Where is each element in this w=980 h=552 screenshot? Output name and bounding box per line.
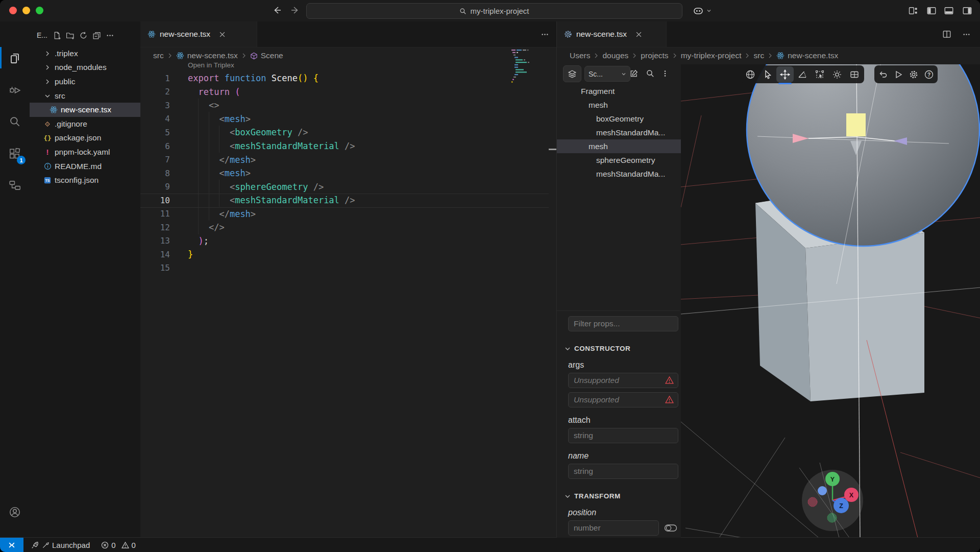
- new-file-icon[interactable]: [50, 29, 63, 41]
- tree-item-.triplex[interactable]: .triplex: [30, 46, 140, 61]
- minimize-window-button[interactable]: [22, 7, 30, 14]
- sidebar-item-run-debug[interactable]: [0, 78, 30, 103]
- forward-icon[interactable]: [290, 5, 300, 15]
- breadcrumb-item[interactable]: new-scene.tsx: [788, 51, 838, 60]
- scene-select[interactable]: Sc...: [584, 66, 630, 82]
- tree-item-README.md[interactable]: README.md: [30, 159, 140, 174]
- code-line-6[interactable]: 6 <meshStandardMaterial />: [140, 139, 556, 153]
- code-line-12[interactable]: 12 </>: [140, 221, 556, 234]
- close-icon[interactable]: [219, 32, 225, 37]
- section-header-transform[interactable]: TRANSFORM: [564, 492, 678, 500]
- search-icon[interactable]: [643, 66, 658, 81]
- breadcrumb-item[interactable]: projects: [641, 51, 668, 60]
- grid-icon[interactable]: [846, 66, 863, 82]
- args-input[interactable]: [568, 392, 678, 407]
- scene-tree-item-meshStandardMa[interactable]: meshStandardMa...: [557, 167, 681, 181]
- more-actions-icon[interactable]: [103, 29, 116, 41]
- play-icon[interactable]: [891, 66, 906, 82]
- code-line-10[interactable]: 10 <meshStandardMaterial />: [140, 194, 556, 207]
- remote-indicator[interactable]: [0, 538, 23, 552]
- scene-tree-item-Fragment[interactable]: Fragment: [557, 84, 681, 98]
- open-in-editor-icon[interactable]: [626, 66, 642, 81]
- code-line-15[interactable]: 15: [140, 261, 556, 275]
- code-line-11[interactable]: 11 </mesh>: [140, 207, 556, 221]
- breadcrumb-item[interactable]: douges: [602, 51, 628, 60]
- customize-layout-icon[interactable]: [908, 5, 919, 16]
- split-editor-icon[interactable]: [941, 29, 953, 40]
- sidebar-item-explorer[interactable]: [0, 46, 30, 71]
- scene-tree-item-sphereGeometry[interactable]: sphereGeometry: [557, 153, 681, 167]
- undo-icon[interactable]: [875, 66, 891, 82]
- tree-item-new-scene.tsx[interactable]: new-scene.tsx: [30, 103, 140, 117]
- translate-tool-icon[interactable]: [776, 66, 794, 82]
- section-header-constructor[interactable]: CONSTRUCTOR: [564, 345, 678, 352]
- more-actions-icon[interactable]: [538, 29, 551, 40]
- scene-viewport[interactable]: Y X Z: [681, 64, 980, 538]
- code-line-9[interactable]: 9 <sphereGeometry />: [140, 180, 556, 194]
- toggle-panel-icon[interactable]: [943, 5, 954, 16]
- code-line-5[interactable]: 5 <boxGeometry />: [140, 126, 556, 139]
- new-folder-icon[interactable]: [63, 29, 77, 41]
- code-line-4[interactable]: 4 <mesh>: [140, 112, 556, 126]
- sidebar-item-search[interactable]: [0, 109, 30, 134]
- tree-item-src[interactable]: src: [30, 89, 140, 103]
- tree-item-node_modules[interactable]: node_modules: [30, 61, 140, 75]
- toggle-secondary-sidebar-icon[interactable]: [962, 5, 973, 16]
- tree-item-pnpm-lock.yaml[interactable]: !pnpm-lock.yaml: [30, 145, 140, 159]
- minimap[interactable]: [509, 49, 535, 86]
- scene-tree-item-mesh[interactable]: mesh: [557, 98, 681, 112]
- code-line-13[interactable]: 13 );: [140, 234, 556, 248]
- scene-tree-item-mesh[interactable]: mesh: [557, 139, 681, 153]
- breadcrumb-item[interactable]: Users: [570, 51, 590, 60]
- tree-item-package.json[interactable]: {}package.json: [30, 131, 140, 146]
- command-center-search[interactable]: my-triplex-project: [306, 3, 682, 19]
- axis-y-label[interactable]: Y: [830, 476, 835, 483]
- code-line-7[interactable]: 7 </mesh>: [140, 153, 556, 166]
- close-window-button[interactable]: [9, 7, 17, 14]
- marquee-tool-icon[interactable]: [811, 66, 828, 82]
- tab-new-scene[interactable]: new-scene.tsx: [140, 21, 257, 47]
- breadcrumb-item[interactable]: Scene: [261, 51, 283, 60]
- code-line-3[interactable]: 3 <>: [140, 99, 556, 112]
- breadcrumb-item[interactable]: my-triplex-project: [681, 51, 742, 60]
- code-line-14[interactable]: 14}: [140, 248, 556, 261]
- codelens-open-in-triplex[interactable]: Open in Triplex: [188, 61, 234, 69]
- tab-triplex-new-scene[interactable]: new-scene.tsx: [557, 21, 667, 47]
- attach-input[interactable]: [568, 428, 678, 443]
- code-line-2[interactable]: 2 return (: [140, 85, 556, 99]
- light-icon[interactable]: [828, 66, 846, 82]
- close-icon[interactable]: [636, 32, 642, 37]
- collapse-all-icon[interactable]: [90, 29, 103, 41]
- accounts-button[interactable]: [0, 500, 30, 524]
- zoom-window-button[interactable]: [36, 7, 43, 14]
- axis-x-label[interactable]: X: [849, 492, 854, 499]
- breadcrumb-item[interactable]: src: [153, 51, 164, 60]
- tree-item-tsconfig.json[interactable]: TStsconfig.json: [30, 173, 140, 187]
- more-actions-icon[interactable]: [960, 29, 972, 40]
- scene-tree-item-meshStandardMa[interactable]: meshStandardMa...: [557, 126, 681, 139]
- sidebar-item-extensions[interactable]: 1: [0, 142, 30, 166]
- select-tool-icon[interactable]: [759, 66, 776, 82]
- tree-item-public[interactable]: public: [30, 75, 140, 89]
- settings-gear-icon[interactable]: [906, 66, 921, 82]
- code-area[interactable]: 1export function Scene() {2 return (3 <>…: [140, 71, 556, 275]
- switch-icon[interactable]: [664, 524, 677, 532]
- kebab-menu-icon[interactable]: [659, 66, 671, 81]
- axis-z-label[interactable]: Z: [839, 502, 843, 510]
- breadcrumb-item[interactable]: src: [753, 51, 764, 60]
- breadcrumb-item[interactable]: new-scene.tsx: [187, 51, 238, 60]
- angle-tool-icon[interactable]: [794, 66, 811, 82]
- toggle-primary-sidebar-icon[interactable]: [926, 5, 937, 16]
- code-line-1[interactable]: 1export function Scene() {: [140, 71, 556, 85]
- sidebar-item-references[interactable]: [0, 173, 30, 198]
- globe-icon[interactable]: [742, 66, 759, 82]
- position-input[interactable]: [568, 520, 659, 536]
- copilot-menu[interactable]: [692, 5, 712, 17]
- code-line-8[interactable]: 8 <mesh>: [140, 166, 556, 180]
- layers-icon[interactable]: [563, 65, 581, 82]
- refresh-icon[interactable]: [77, 29, 90, 41]
- filter-props-input[interactable]: [568, 316, 678, 331]
- help-icon[interactable]: ?: [921, 66, 937, 82]
- args-input[interactable]: [568, 373, 678, 388]
- name-input[interactable]: [568, 464, 678, 479]
